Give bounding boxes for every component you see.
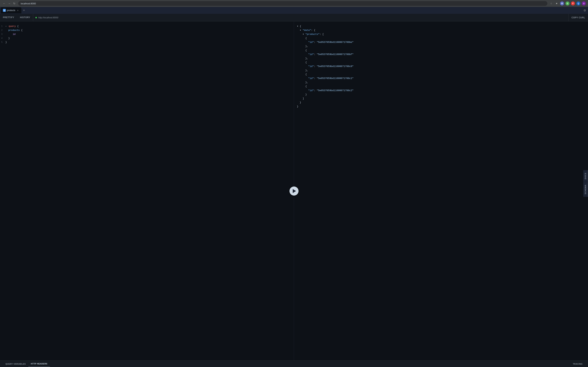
docs-tab[interactable]: DOCS — [583, 170, 588, 182]
line-content-1: ▾ query { — [5, 24, 292, 28]
line-number-2: 2 — [0, 28, 5, 32]
line-content-3: id — [5, 32, 292, 36]
json-line-10: "id": "5e0537059bd11600071788c0" — [297, 65, 585, 68]
browser-icons: ☆ ■ M G P Q U — [549, 1, 586, 5]
json-line-6: { — [297, 49, 585, 52]
tab-close-button[interactable]: ✕ — [16, 9, 19, 12]
copy-curl-button[interactable]: COPY CURL — [569, 14, 588, 21]
line-number-1: 1 — [0, 25, 5, 28]
line-content-4: } — [5, 36, 292, 40]
toolbar-url-bar: http://localhost:8000/ — [33, 14, 569, 21]
json-line-17: } — [297, 93, 585, 97]
json-line-14: }, — [297, 80, 585, 84]
json-line-9: { — [297, 60, 585, 65]
brace-open-1: { — [17, 25, 19, 28]
play-button[interactable] — [289, 186, 299, 196]
line-number-5: 5 — [0, 41, 5, 44]
code-line-2: 2 products { — [0, 28, 294, 32]
url-display: http://localhost:8000/ — [38, 16, 58, 19]
play-icon — [293, 189, 296, 193]
url-status-dot — [35, 17, 37, 18]
side-tabs: DOCS SCHEMA — [583, 170, 588, 197]
nav-buttons: ← → ↻ — [2, 1, 16, 5]
json-line-12: { — [297, 73, 585, 76]
keyword-query: query — [9, 25, 16, 28]
json-line-18: ] — [297, 97, 585, 100]
settings-button[interactable]: ⚙ — [582, 8, 587, 13]
profile-icon[interactable]: G — [565, 1, 570, 5]
brace-close-2: } — [8, 37, 10, 40]
tab-products[interactable]: Q products ✕ — [1, 7, 21, 13]
editor-panel[interactable]: 1 ▾ query { 2 products { 3 — [0, 21, 294, 360]
collapse-arrow-1[interactable]: ▾ — [5, 25, 7, 27]
field-id: id — [13, 33, 16, 36]
address-bar[interactable] — [18, 1, 547, 6]
extension3-icon[interactable]: Q — [576, 1, 580, 5]
line-number-3: 3 — [0, 33, 5, 36]
prettify-button[interactable]: PRETTIFY — [0, 14, 17, 21]
schema-tab[interactable]: SCHEMA — [583, 182, 588, 197]
json-line-3: { — [297, 36, 585, 40]
refresh-button[interactable]: ↻ — [12, 1, 16, 5]
back-button[interactable]: ← — [2, 1, 6, 5]
tracing-button[interactable]: TRACING — [570, 361, 585, 367]
json-line-1: ▾ "data": { — [297, 28, 585, 32]
json-line-0: ▾ { — [297, 24, 585, 28]
json-line-11: }, — [297, 68, 585, 73]
keyword-products: products — [8, 29, 20, 32]
json-line-19: } — [297, 100, 585, 105]
response-panel: ▾ { ▾ "data": { ▾ "products": [ { "id": … — [294, 21, 588, 360]
json-line-15: { — [297, 84, 585, 88]
tab-bar: Q products ✕ + ⚙ — [0, 7, 588, 14]
line-content-5: } — [5, 40, 292, 44]
code-line-3: 3 id — [0, 32, 294, 36]
history-button[interactable]: HISTORY — [17, 14, 33, 21]
line-number-4: 4 — [0, 36, 5, 40]
json-line-4: "id": "5e0537059bd11600071788be" — [297, 40, 585, 44]
json-line-20: } — [297, 105, 585, 108]
bottom-bar: QUERY VARIABLES HTTP HEADERS TRACING — [0, 360, 588, 367]
menu-icon[interactable]: M — [560, 1, 564, 5]
main-content: 1 ▾ query { 2 products { 3 — [0, 21, 588, 360]
code-line-5: 5 } — [0, 40, 294, 44]
toolbar: PRETTIFY HISTORY http://localhost:8000/ … — [0, 14, 588, 21]
code-editor[interactable]: 1 ▾ query { 2 products { 3 — [0, 24, 294, 44]
extensions-icon[interactable]: ■ — [555, 1, 559, 5]
bookmark-icon[interactable]: ☆ — [549, 1, 553, 5]
brace-open-2: { — [21, 29, 23, 32]
tab-q-icon: Q — [3, 9, 6, 12]
brace-close-1: } — [5, 41, 7, 44]
http-headers-button[interactable]: HTTP HEADERS — [28, 361, 50, 367]
tab-label: products — [7, 9, 15, 12]
user-icon[interactable]: U — [582, 1, 586, 5]
json-line-2: ▾ "products": [ — [297, 32, 585, 36]
new-tab-button[interactable]: + — [21, 8, 26, 13]
forward-button[interactable]: → — [7, 1, 11, 5]
line-content-2: products { — [5, 28, 292, 32]
extension2-icon[interactable]: P — [571, 1, 575, 5]
query-variables-button[interactable]: QUERY VARIABLES — [3, 361, 28, 367]
code-line-1: 1 ▾ query { — [0, 24, 294, 28]
json-line-8: }, — [297, 57, 585, 60]
json-line-16: "id": "5e0537059bd11600071788c2" — [297, 89, 585, 93]
browser-chrome: ← → ↻ ☆ ■ M G P Q U — [0, 0, 588, 7]
code-line-4: 4 } — [0, 36, 294, 40]
json-line-7: "id": "5e0537059bd11600071788bf" — [297, 52, 585, 57]
json-line-13: "id": "5e0537059bd11600071788c1" — [297, 76, 585, 80]
json-line-5: }, — [297, 44, 585, 48]
